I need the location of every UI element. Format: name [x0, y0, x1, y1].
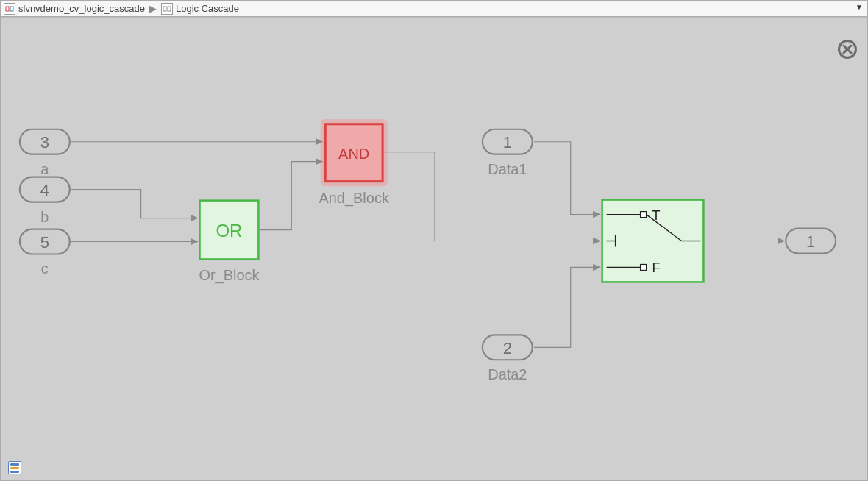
breadcrumb-root[interactable]: slvnvdemo_cv_logic_cascade: [18, 3, 145, 14]
inport-5-label: c: [41, 260, 49, 277]
or-block-label: Or_Block: [199, 267, 259, 284]
and-block-label: And_Block: [319, 190, 388, 207]
svg-rect-2: [163, 7, 166, 11]
and-block[interactable]: AND: [323, 122, 385, 184]
inport-data2-label: Data2: [488, 366, 527, 382]
model-data-icon[interactable]: [8, 461, 21, 474]
diagram-svg: 3 a 4 b 5 c OR Or_Block A: [1, 18, 867, 480]
svg-text:5: 5: [40, 233, 49, 252]
breadcrumb-current[interactable]: Logic Cascade: [176, 3, 239, 14]
chevron-right-icon: ▶: [149, 3, 157, 14]
canvas[interactable]: 3 a 4 b 5 c OR Or_Block A: [1, 17, 867, 480]
or-block[interactable]: OR: [200, 201, 259, 260]
wire-b-to-or: [71, 190, 198, 218]
svg-text:F: F: [652, 260, 661, 275]
inport-data1-label: Data1: [488, 161, 527, 177]
svg-text:2: 2: [503, 339, 512, 357]
outport-1[interactable]: 1: [786, 229, 836, 254]
svg-rect-25: [641, 212, 647, 218]
svg-rect-3: [168, 7, 171, 11]
wire-data2-to-switch: [534, 267, 600, 347]
svg-text:1: 1: [806, 232, 815, 251]
wire-data1-to-switch: [534, 142, 600, 215]
inport-4-label: b: [40, 209, 49, 225]
model-icon: [4, 3, 15, 15]
svg-rect-0: [6, 7, 9, 11]
wire-or-to-and: [260, 162, 322, 230]
svg-text:1: 1: [503, 133, 512, 152]
svg-text:AND: AND: [338, 146, 369, 162]
svg-rect-1: [10, 7, 13, 11]
svg-rect-30: [641, 264, 647, 270]
breadcrumb-dropdown-icon[interactable]: ▼: [855, 3, 863, 11]
window: slvnvdemo_cv_logic_cascade ▶ Logic Casca…: [0, 0, 868, 481]
svg-text:4: 4: [40, 181, 49, 199]
inport-data1[interactable]: 1: [483, 129, 533, 154]
inport-4[interactable]: 4: [20, 177, 70, 202]
switch-block[interactable]: T F: [602, 200, 704, 282]
inport-3-label: a: [40, 161, 49, 177]
breadcrumb: slvnvdemo_cv_logic_cascade ▶ Logic Casca…: [1, 1, 867, 17]
subsystem-icon: [161, 3, 173, 15]
inport-data2[interactable]: 2: [483, 335, 533, 360]
svg-text:3: 3: [40, 133, 49, 152]
inport-5[interactable]: 5: [20, 229, 70, 254]
inport-3[interactable]: 3: [20, 129, 70, 154]
svg-text:OR: OR: [216, 221, 242, 240]
